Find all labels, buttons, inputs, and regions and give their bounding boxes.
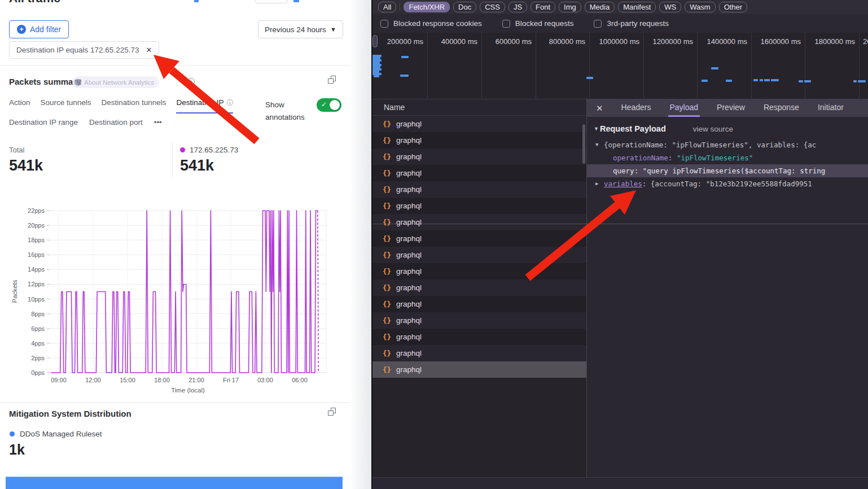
request-name: graphql <box>396 333 422 341</box>
checkbox-box[interactable] <box>380 20 388 28</box>
stat-total: Total 541k <box>9 146 43 174</box>
request-row[interactable]: {}graphql <box>372 165 586 181</box>
svg-text:12pps: 12pps <box>28 281 45 287</box>
svg-text:18:00: 18:00 <box>154 377 170 383</box>
timeline-tick-label: 200000 ms <box>387 37 423 46</box>
details-tab-headers[interactable]: Headers <box>620 99 653 117</box>
request-row[interactable]: {}graphql <box>372 132 586 149</box>
svg-text:6pps: 6pps <box>31 325 45 332</box>
tab-source-tunnels[interactable]: Source tunnels <box>41 98 91 113</box>
request-timing-bar <box>760 79 763 81</box>
tab-action[interactable]: Action <box>9 98 30 113</box>
timeline-tick-label: 1000000 ms <box>599 37 639 46</box>
request-row[interactable]: {}graphql <box>372 280 586 296</box>
details-tab-preview[interactable]: Preview <box>715 99 747 117</box>
json-braces-icon: {} <box>383 316 391 325</box>
request-row[interactable]: {}graphql <box>372 247 586 263</box>
series-dot <box>180 147 185 152</box>
network-overview-timeline[interactable]: 200000 ms400000 ms600000 ms800000 ms1000… <box>372 33 868 99</box>
packets-timeseries-chart[interactable]: 0pps2pps4pps6pps8pps10pps12pps14pps16pps… <box>0 191 351 401</box>
filter-pill-css[interactable]: CSS <box>480 2 505 12</box>
svg-text:4pps: 4pps <box>31 340 45 347</box>
payload-line[interactable]: ▶variables: {accountTag: "b12e3b2192ee55… <box>587 177 868 190</box>
request-payload-header: ▼ Request Payload view source <box>594 124 868 133</box>
request-row[interactable]: {}graphql <box>372 116 586 132</box>
expand-card-icon[interactable] <box>328 408 336 416</box>
clipped-blue-fragment <box>293 0 299 2</box>
request-name: graphql <box>396 218 422 226</box>
request-name: graphql <box>396 365 422 374</box>
timeline-gridline <box>859 33 860 99</box>
expand-card-icon[interactable] <box>328 76 336 84</box>
checkbox-box[interactable] <box>594 20 602 28</box>
checkbox-box[interactable] <box>502 20 510 28</box>
payload-token: query <box>613 167 634 175</box>
tab-destination-ip-range[interactable]: Destination IP range <box>9 118 78 126</box>
details-tab-response[interactable]: Response <box>762 99 801 117</box>
checkbox-3rd-party-requests[interactable]: 3rd-party requests <box>594 19 669 28</box>
filter-pill-doc[interactable]: Doc <box>453 2 476 12</box>
overview-handle[interactable] <box>372 35 378 47</box>
request-row[interactable]: {}graphql <box>372 312 586 329</box>
request-row[interactable]: {}graphql <box>372 263 586 280</box>
request-name: graphql <box>396 169 422 177</box>
request-row[interactable]: {}graphql <box>372 345 586 361</box>
filter-pill-img[interactable]: Img <box>559 2 581 12</box>
triangle-down-icon[interactable]: ▼ <box>594 126 599 132</box>
scrollbar-thumb[interactable] <box>582 124 585 164</box>
name-column-header[interactable]: Name <box>372 99 586 116</box>
filter-pill-other[interactable]: Other <box>719 2 748 12</box>
close-icon[interactable]: ✕ <box>596 103 603 113</box>
timeline-tick-label: 800000 ms <box>549 37 585 46</box>
request-timing-bar <box>804 80 811 82</box>
payload-line[interactable]: ▼{operationName: "ipFlowTimeseries", var… <box>587 138 868 151</box>
svg-text:22pps: 22pps <box>28 207 45 214</box>
request-row[interactable]: {}graphql <box>372 149 586 165</box>
filter-pill-js[interactable]: JS <box>508 2 527 12</box>
details-tab-initiator[interactable]: Initiator <box>816 99 845 117</box>
devtools-statusbar <box>372 477 868 489</box>
triangle-right-icon[interactable]: ▶ <box>595 177 598 190</box>
json-braces-icon: {} <box>383 234 391 243</box>
request-row[interactable]: {}graphql <box>372 329 586 345</box>
request-name: graphql <box>396 185 422 194</box>
request-row[interactable]: {}graphql <box>372 296 586 312</box>
tab-•••[interactable]: ••• <box>154 118 162 126</box>
tab-destination-port[interactable]: Destination port <box>89 118 143 126</box>
filter-pill-media[interactable]: Media <box>585 2 615 12</box>
show-annotations-label: Show annotations <box>265 99 317 123</box>
request-row[interactable]: {}graphql <box>372 198 586 214</box>
filter-pill-ws[interactable]: WS <box>659 2 681 12</box>
request-row[interactable]: {}graphql <box>372 361 586 378</box>
request-row[interactable]: {}graphql <box>372 230 586 247</box>
json-braces-icon: {} <box>383 120 391 128</box>
request-name: graphql <box>396 316 422 325</box>
filter-pill-font[interactable]: Font <box>531 2 555 12</box>
checkbox-blocked-requests[interactable]: Blocked requests <box>502 19 574 28</box>
filter-chip[interactable]: Destination IP equals 172.65.225.73 ✕ <box>9 41 159 59</box>
triangle-down-icon[interactable]: ▼ <box>595 138 598 151</box>
tab-destination-tunnels[interactable]: Destination tunnels <box>102 98 166 113</box>
payload-line[interactable]: operationName: "ipFlowTimeseries" <box>587 151 868 164</box>
window-seam <box>372 224 868 224</box>
tab-destination-ip[interactable]: Destination IPⓘ <box>176 98 233 113</box>
svg-text:8pps: 8pps <box>31 311 45 317</box>
json-braces-icon: {} <box>383 365 391 374</box>
filter-pill-all[interactable]: All <box>378 2 396 12</box>
time-range-dropdown[interactable]: Previous 24 hours ▼ <box>258 20 343 38</box>
checkbox-blocked-response-cookies[interactable]: Blocked response cookies <box>380 19 482 28</box>
payload-line[interactable]: query: "query ipFlowTimeseries($accountT… <box>587 164 868 177</box>
show-annotations-toggle[interactable]: ✓ <box>317 98 341 112</box>
about-network-analytics-badge[interactable]: About Network Analytics <box>72 76 159 88</box>
filter-pill-manifest[interactable]: Manifest <box>618 2 656 12</box>
info-icon[interactable]: ⓘ <box>226 99 233 107</box>
filter-pill-fetch-xhr[interactable]: Fetch/XHR <box>404 2 450 12</box>
close-icon[interactable]: ✕ <box>146 46 152 54</box>
details-tab-payload[interactable]: Payload <box>668 99 700 117</box>
request-row[interactable]: {}graphql <box>372 214 586 230</box>
add-filter-button[interactable]: + Add filter <box>9 20 69 38</box>
filter-pill-wasm[interactable]: Wasm <box>685 2 715 12</box>
request-row[interactable]: {}graphql <box>372 181 586 198</box>
checkbox-label: Blocked response cookies <box>393 19 482 28</box>
view-source-link[interactable]: view source <box>693 125 733 133</box>
